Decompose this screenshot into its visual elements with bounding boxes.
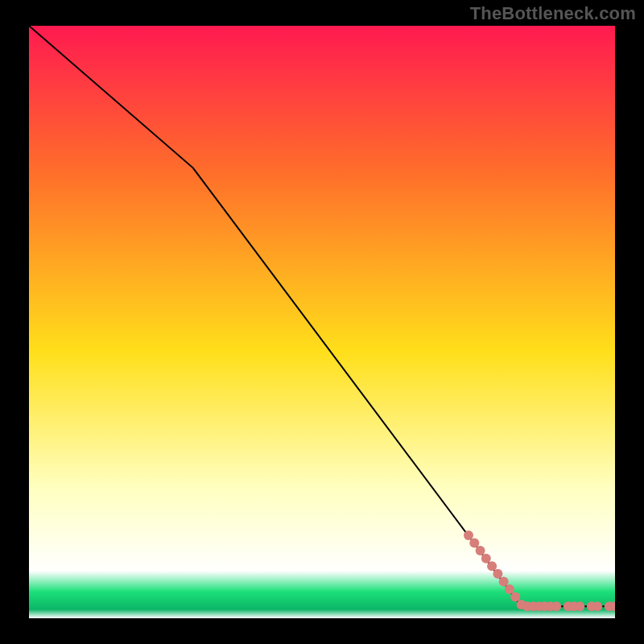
gradient-background [29,26,615,618]
data-point [575,601,584,611]
data-point [493,569,502,579]
data-point [487,561,497,571]
chart-frame: TheBottleneck.com [0,0,644,644]
watermark-text: TheBottleneck.com [470,3,636,24]
data-point [481,554,491,564]
data-point [505,584,514,594]
data-point [551,601,561,611]
data-point [510,592,520,602]
data-point [469,539,479,548]
data-point [499,576,509,586]
data-point [592,601,602,611]
plot-area [29,26,615,618]
data-point [476,546,485,555]
data-point [464,530,473,540]
chart-svg [29,26,615,618]
